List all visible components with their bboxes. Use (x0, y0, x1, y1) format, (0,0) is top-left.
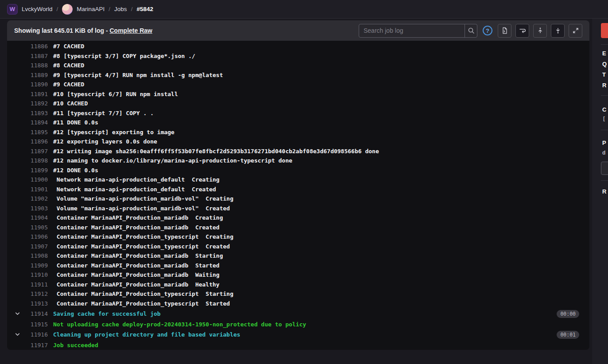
complete-raw-link[interactable]: Complete Raw (109, 27, 152, 34)
sidebar-text-fragment: E (602, 50, 606, 57)
breadcrumb-separator: / (131, 6, 133, 12)
sidebar-text-fragment: [ (602, 116, 606, 122)
breadcrumb: W LvckyWorld / MarinaAPI / Jobs / #5842 (7, 4, 153, 15)
log-line: 11909 Container MarinaAPI_Production_mar… (7, 261, 589, 271)
log-line: 11911 Container MarinaAPI_Production_mar… (7, 280, 589, 290)
line-number-link[interactable]: 11903 (22, 205, 48, 212)
log-line: 11904 Container MarinaAPI_Production_mar… (7, 213, 589, 223)
line-number-link[interactable]: 11890 (22, 81, 48, 88)
breadcrumb-group-link[interactable]: LvckyWorld (22, 6, 53, 12)
line-number-link[interactable]: 11898 (22, 157, 48, 164)
sidebar-text-fragment: Q (602, 61, 607, 67)
line-number-link[interactable]: 11906 (22, 233, 48, 240)
line-number-link[interactable]: 11888 (22, 62, 48, 69)
log-line: 11895#12 [typescript] exporting to image (7, 128, 589, 137)
log-line-text: Network marina-api-production_default Cr… (48, 186, 216, 193)
search-input[interactable] (359, 24, 465, 37)
sidebar-button-fragment[interactable] (601, 162, 608, 175)
log-line-text: Network marina-api-production_default Cr… (48, 176, 220, 183)
line-number-link[interactable]: 11915 (22, 321, 48, 328)
log-line[interactable]: 11916Cleaning up project directory and f… (7, 330, 589, 340)
log-line: 11910 Container MarinaAPI_Production_mar… (7, 270, 589, 280)
log-size-label: Showing last 645.01 KiB of log - (14, 27, 109, 34)
line-number-link[interactable]: 11917 (22, 342, 48, 349)
log-line[interactable]: 11914Saving cache for successful job00:0… (7, 309, 589, 319)
chevron-down-icon[interactable] (7, 332, 22, 337)
log-line: 11915Not uploading cache deploy-prod-202… (7, 320, 589, 329)
log-line: 11898#12 naming to docker.io/library/mar… (7, 156, 589, 166)
fullscreen-button[interactable] (569, 24, 582, 38)
line-number-link[interactable]: 11897 (22, 148, 48, 155)
line-number-link[interactable]: 11901 (22, 186, 48, 193)
line-number-link[interactable]: 11889 (22, 72, 48, 78)
line-number-link[interactable]: 11907 (22, 243, 48, 250)
chevron-down-icon[interactable] (7, 311, 22, 317)
line-number-link[interactable]: 11904 (22, 214, 48, 221)
sidebar-divider (601, 130, 608, 130)
line-number-link[interactable]: 11916 (22, 331, 48, 338)
sidebar-text-fragment: d (602, 150, 605, 156)
section-duration-badge: 00:00 (557, 310, 579, 318)
scroll-bottom-button[interactable] (551, 24, 565, 38)
log-line-text: Container MarinaAPI_Production_mariadb S… (48, 252, 223, 259)
log-line: 11903 Volume "marina-api-production_mari… (7, 204, 589, 213)
breadcrumb-jobs-link[interactable]: Jobs (114, 6, 127, 12)
line-number-link[interactable]: 11893 (22, 110, 48, 116)
section-duration-badge: 00:01 (557, 331, 579, 339)
line-number-link[interactable]: 11905 (22, 224, 48, 231)
wrap-lines-button[interactable] (515, 24, 529, 38)
log-line: 11897#12 writing image sha256:0eafff6ff5… (7, 147, 589, 156)
breadcrumb-project-link[interactable]: MarinaAPI (77, 6, 105, 12)
line-number-link[interactable]: 11892 (22, 100, 48, 107)
help-icon[interactable]: ? (483, 26, 492, 35)
job-sidebar-partial: EQTRC[PdR (592, 19, 608, 364)
search-icon (468, 27, 475, 34)
cancel-button[interactable] (601, 23, 608, 38)
line-number-link[interactable]: 11894 (22, 119, 48, 126)
log-line-text: #10 [typescript 6/7] RUN npm install (48, 91, 178, 97)
log-line-text: Container MarinaAPI_Production_mariadb S… (48, 262, 220, 269)
log-line-text: #12 writing image sha256:0eafff6ff5f53b0… (48, 148, 379, 155)
line-number-link[interactable]: 11910 (22, 271, 48, 278)
scroll-top-button[interactable] (533, 24, 547, 38)
line-number-link[interactable]: 11911 (22, 281, 48, 288)
log-line-text: #11 [typescript 7/7] COPY . . (48, 110, 154, 116)
project-avatar[interactable] (62, 4, 73, 15)
wrap-lines-icon (519, 27, 526, 34)
line-number-link[interactable]: 11900 (22, 176, 48, 183)
search-button[interactable] (465, 24, 477, 37)
log-line-text: #12 naming to docker.io/library/marina-a… (48, 157, 292, 164)
log-line-text: Saving cache for successful job (48, 310, 161, 317)
log-line: 11905 Container MarinaAPI_Production_mar… (7, 223, 589, 232)
log-toolbar: ? (359, 24, 582, 38)
log-line-text: Job succeeded (48, 342, 98, 349)
line-number-link[interactable]: 11896 (22, 138, 48, 145)
line-number-link[interactable]: 11914 (22, 310, 48, 317)
log-line-text: #9 CACHED (48, 81, 84, 88)
log-line: 11917Job succeeded (7, 341, 589, 350)
log-line: 11892#10 CACHED (7, 99, 589, 108)
line-number-link[interactable]: 11908 (22, 252, 48, 259)
line-number-link[interactable]: 11887 (22, 53, 48, 59)
sidebar-text-fragment: R (602, 82, 606, 89)
line-number-link[interactable]: 11891 (22, 91, 48, 97)
log-line-text: #12 [typescript] exporting to image (48, 129, 174, 136)
breadcrumb-separator: / (108, 6, 110, 12)
log-line-text: Volume "marina-api-production_maridb-vol… (48, 205, 230, 212)
log-line-text: #8 [typescript 3/7] COPY package*.json .… (48, 53, 195, 59)
sidebar-divider (601, 180, 608, 181)
log-size-text: Showing last 645.01 KiB of log - Complet… (14, 27, 152, 34)
line-number-link[interactable]: 11899 (22, 167, 48, 174)
log-line-text: Container MarinaAPI_Production_mariadb H… (48, 281, 220, 288)
log-line: 11899#12 DONE 0.0s (7, 166, 589, 175)
raw-log-button[interactable] (498, 24, 511, 38)
log-line-text: Container MarinaAPI_Production_mariadb W… (48, 271, 220, 278)
line-number-link[interactable]: 11913 (22, 300, 48, 307)
line-number-link[interactable]: 11909 (22, 262, 48, 269)
line-number-link[interactable]: 11912 (22, 290, 48, 297)
line-number-link[interactable]: 11895 (22, 129, 48, 136)
group-avatar[interactable]: W (7, 4, 18, 15)
line-number-link[interactable]: 11902 (22, 195, 48, 202)
line-number-link[interactable]: 11886 (22, 43, 48, 50)
log-line: 11891#10 [typescript 6/7] RUN npm instal… (7, 89, 589, 99)
